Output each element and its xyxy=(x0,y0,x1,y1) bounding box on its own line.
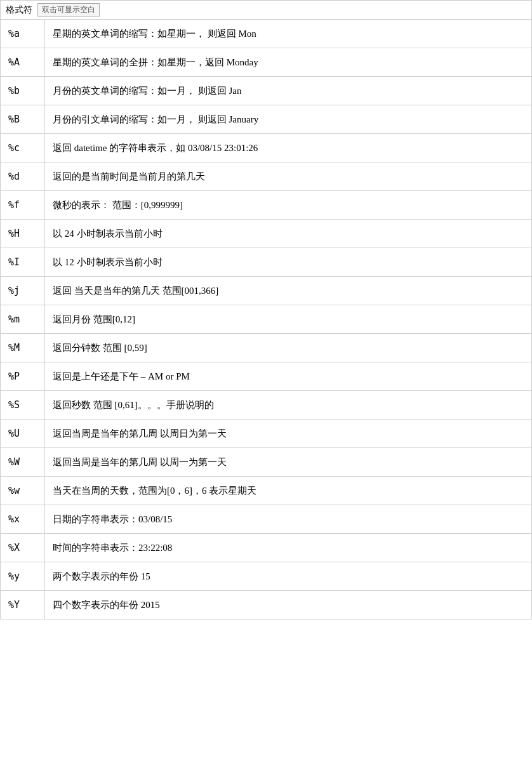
format-desc: 返回分钟数 范围 [0,59] xyxy=(45,334,532,362)
format-desc: 星期的英文单词的全拼：如星期一，返回 Monday xyxy=(45,48,532,77)
table-row: %I以 12 小时制表示当前小时 xyxy=(1,248,532,277)
format-code: %b xyxy=(1,77,45,105)
format-code: %j xyxy=(1,277,45,305)
format-code: %P xyxy=(1,362,45,391)
table-row: %P返回是上午还是下午 – AM or PM xyxy=(1,362,532,391)
table-row: %S返回秒数 范围 [0,61]。。。手册说明的 xyxy=(1,391,532,420)
table-row: %U返回当周是当年的第几周 以周日为第一天 xyxy=(1,420,532,448)
format-desc: 月份的英文单词的缩写：如一月， 则返回 Jan xyxy=(45,77,532,105)
format-desc: 返回是上午还是下午 – AM or PM xyxy=(45,362,532,391)
format-code: %d xyxy=(1,162,45,191)
format-desc: 四个数字表示的年份 2015 xyxy=(45,591,532,619)
table-row: %X时间的字符串表示：23:22:08 xyxy=(1,534,532,562)
format-code: %I xyxy=(1,248,45,277)
format-desc: 返回当周是当年的第几周 以周一为第一天 xyxy=(45,448,532,477)
format-desc: 返回秒数 范围 [0,61]。。。手册说明的 xyxy=(45,391,532,420)
table-row: %j返回 当天是当年的第几天 范围[001,366] xyxy=(1,277,532,305)
table-row: %H以 24 小时制表示当前小时 xyxy=(1,220,532,248)
table-row: %b月份的英文单词的缩写：如一月， 则返回 Jan xyxy=(1,77,532,105)
format-code: %A xyxy=(1,48,45,77)
table-row: %y两个数字表示的年份 15 xyxy=(1,562,532,591)
format-code: %U xyxy=(1,420,45,448)
table-row: %f微秒的表示： 范围：[0,999999] xyxy=(1,191,532,220)
table-row: %A星期的英文单词的全拼：如星期一，返回 Monday xyxy=(1,48,532,77)
table-row: %Y四个数字表示的年份 2015 xyxy=(1,591,532,619)
format-desc: 月份的引文单词的缩写：如一月， 则返回 January xyxy=(45,105,532,134)
format-code: %m xyxy=(1,305,45,334)
format-desc: 星期的英文单词的缩写：如星期一， 则返回 Mon xyxy=(45,20,532,48)
format-desc: 微秒的表示： 范围：[0,999999] xyxy=(45,191,532,220)
table-row: %a星期的英文单词的缩写：如星期一， 则返回 Mon xyxy=(1,20,532,48)
table-header: 格式符 双击可显示空白 xyxy=(0,0,532,19)
format-code: %H xyxy=(1,220,45,248)
format-desc: 以 24 小时制表示当前小时 xyxy=(45,220,532,248)
format-desc: 返回 当天是当年的第几天 范围[001,366] xyxy=(45,277,532,305)
format-code: %w xyxy=(1,477,45,505)
format-code: %y xyxy=(1,562,45,591)
table-row: %w当天在当周的天数，范围为[0，6]，6 表示星期天 xyxy=(1,477,532,505)
format-desc: 两个数字表示的年份 15 xyxy=(45,562,532,591)
table-row: %x日期的字符串表示：03/08/15 xyxy=(1,505,532,534)
table-row: %m返回月份 范围[0,12] xyxy=(1,305,532,334)
table-row: %c返回 datetime 的字符串表示，如 03/08/15 23:01:26 xyxy=(1,134,532,162)
format-code: %Y xyxy=(1,591,45,619)
table-row: %d返回的是当前时间是当前月的第几天 xyxy=(1,162,532,191)
format-desc: 以 12 小时制表示当前小时 xyxy=(45,248,532,277)
header-label: 格式符 xyxy=(6,4,32,16)
table-row: %M返回分钟数 范围 [0,59] xyxy=(1,334,532,362)
format-desc: 日期的字符串表示：03/08/15 xyxy=(45,505,532,534)
format-code: %B xyxy=(1,105,45,134)
table-row: %W返回当周是当年的第几周 以周一为第一天 xyxy=(1,448,532,477)
format-desc: 返回当周是当年的第几周 以周日为第一天 xyxy=(45,420,532,448)
format-code: %M xyxy=(1,334,45,362)
format-desc: 时间的字符串表示：23:22:08 xyxy=(45,534,532,562)
format-code: %a xyxy=(1,20,45,48)
format-desc: 当天在当周的天数，范围为[0，6]，6 表示星期天 xyxy=(45,477,532,505)
format-desc: 返回月份 范围[0,12] xyxy=(45,305,532,334)
header-hint[interactable]: 双击可显示空白 xyxy=(37,3,100,17)
format-table: %a星期的英文单词的缩写：如星期一， 则返回 Mon%A星期的英文单词的全拼：如… xyxy=(0,19,532,619)
format-desc: 返回 datetime 的字符串表示，如 03/08/15 23:01:26 xyxy=(45,134,532,162)
format-code: %x xyxy=(1,505,45,534)
format-code: %c xyxy=(1,134,45,162)
format-code: %W xyxy=(1,448,45,477)
format-code: %X xyxy=(1,534,45,562)
format-code: %f xyxy=(1,191,45,220)
table-row: %B月份的引文单词的缩写：如一月， 则返回 January xyxy=(1,105,532,134)
format-code: %S xyxy=(1,391,45,420)
format-desc: 返回的是当前时间是当前月的第几天 xyxy=(45,162,532,191)
